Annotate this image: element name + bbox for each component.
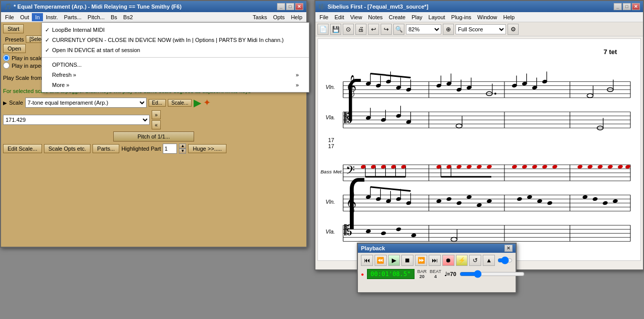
menu-pitch[interactable]: Pitch... xyxy=(84,13,108,21)
scale-dropdown[interactable]: 7-tone equal temperament (Arp.) xyxy=(25,98,147,108)
pitch-value-dropdown[interactable]: 171.429 xyxy=(3,115,150,125)
pitch-arrow-right[interactable]: » xyxy=(152,110,161,119)
playback-titlebar: Playback ✕ xyxy=(358,244,516,253)
menu-help[interactable]: Help xyxy=(288,13,305,21)
play-in-scale-label: Play in scale xyxy=(12,55,43,61)
sibelius-toolbar: 📄 💾 ⊙ 🖨 ↩ ↪ 🔍 82% ⊕ Full Score ⚙ xyxy=(315,22,643,36)
sib-undo-button[interactable]: ↩ xyxy=(368,24,379,35)
menu-instr[interactable]: Instr. xyxy=(43,13,61,21)
playback-controls: ⏮ ⏪ ▶ ⏹ ⏩ ⏭ ⏺ ⚡ ↺ ▲ xyxy=(358,253,516,268)
sib-close-button[interactable]: ✕ xyxy=(632,3,640,10)
sib-menu-view[interactable]: View xyxy=(347,13,365,21)
parts-button[interactable]: Parts... xyxy=(93,144,119,153)
sib-menu-plugins[interactable]: Plug-ins xyxy=(448,13,475,21)
star-icon: ✦ xyxy=(203,97,211,108)
sib-record-button[interactable]: ⊙ xyxy=(343,24,354,35)
score-title: 7 tet xyxy=(604,48,617,56)
huge-button[interactable]: Huge >>..... xyxy=(188,144,226,153)
maximize-button[interactable]: □ xyxy=(286,3,294,10)
sib-menu-notes[interactable]: Notes xyxy=(365,13,386,21)
menu-out[interactable]: Out xyxy=(17,13,32,21)
svg-text:⎧: ⎧ xyxy=(337,79,364,121)
close-button[interactable]: ✕ xyxy=(295,3,303,10)
scale-prefix-icon: ▶ xyxy=(3,100,7,106)
open-button[interactable]: Open xyxy=(3,44,26,53)
pb-end-button[interactable]: ⏭ xyxy=(429,255,441,266)
pb-rewind-button[interactable]: ⏮ xyxy=(361,255,373,266)
menu-file[interactable]: File xyxy=(2,13,17,21)
pb-position-slider[interactable] xyxy=(459,272,525,276)
pb-play-button[interactable]: ▶ xyxy=(388,255,400,266)
dropdown-more[interactable]: More » » xyxy=(42,80,309,90)
pb-up-button[interactable]: ▲ xyxy=(483,255,495,266)
pb-forward-button[interactable]: ⏩ xyxy=(415,255,427,266)
sibelius-title: Sibelius First - [7equal_mvt3_source*] xyxy=(328,4,428,10)
pb-stop-button[interactable]: ⏹ xyxy=(401,255,413,266)
ed-button[interactable]: Ed... xyxy=(149,99,166,107)
sib-settings-button[interactable]: ⚙ xyxy=(508,24,519,35)
measure-17: 17 xyxy=(328,137,334,143)
pb-bar-label: BAR xyxy=(418,269,427,274)
sib-print-button[interactable]: 🖨 xyxy=(355,24,366,35)
sib-maximize-button[interactable]: □ xyxy=(623,3,631,10)
sibelius-titlebar: 🎼 Sibelius First - [7equal_mvt3_source*]… xyxy=(315,1,643,12)
score-svg: 7 tet 17 Vln. 𝄞 xyxy=(318,39,640,260)
pitch-arrow-left[interactable]: « xyxy=(152,120,161,129)
part-up-button[interactable]: ▲ xyxy=(179,144,186,149)
sib-menu-edit[interactable]: Edit xyxy=(332,13,347,21)
playback-close-button[interactable]: ✕ xyxy=(504,245,513,252)
dropdown-loopbe[interactable]: LoopBe Internal MIDI xyxy=(42,25,309,35)
sib-menu-create[interactable]: Create xyxy=(386,13,408,21)
svg-text::: : xyxy=(351,166,352,171)
edit-scale-button[interactable]: Edit Scale... xyxy=(3,144,42,153)
sib-score-view-dropdown[interactable]: Full Score xyxy=(455,24,506,34)
pb-record-button[interactable]: ⏺ xyxy=(442,255,454,266)
menu-in[interactable]: In xyxy=(32,13,42,21)
pb-loop-button[interactable]: ↺ xyxy=(469,255,481,266)
play-in-arpeggio-radio[interactable] xyxy=(3,62,10,69)
score-area: 7 tet 17 Vln. 𝄞 xyxy=(317,38,641,261)
measure-num-17: 17 xyxy=(328,143,334,149)
sib-new-button[interactable]: 📄 xyxy=(317,24,329,35)
sib-menu-help[interactable]: Help xyxy=(500,13,518,21)
sib-menu-layout[interactable]: Layout xyxy=(426,13,448,21)
pitch-of-1-1-button[interactable]: Pitch of 1/1... xyxy=(113,131,194,142)
in-dropdown-menu: LoopBe Internal MIDI CURRENTLY OPEN - CL… xyxy=(41,22,309,93)
menu-tasks[interactable]: Tasks xyxy=(250,13,270,21)
menu-bar: File Out In Instr. Parts... Pitch... Bs … xyxy=(1,12,306,22)
play-scale-from-label: Play Scale from xyxy=(3,75,42,81)
dropdown-options[interactable]: OPTIONS... xyxy=(42,60,309,70)
dropdown-currently-open[interactable]: CURRENTLY OPEN - CLOSE IN DEVICE NOW (wi… xyxy=(42,35,309,45)
part-down-button[interactable]: ▼ xyxy=(179,149,186,154)
pb-volume-slider[interactable] xyxy=(497,258,513,262)
menu-bs[interactable]: Bs xyxy=(108,13,120,21)
minimize-button[interactable]: _ xyxy=(277,3,285,10)
sib-redo-button[interactable]: ↪ xyxy=(381,24,392,35)
scale-button[interactable]: Scale... xyxy=(168,99,192,107)
start-button[interactable]: Start xyxy=(3,24,24,33)
menu-bs2[interactable]: Bs2 xyxy=(120,13,136,21)
dropdown-open-device[interactable]: Open IN DEVICE at start of session xyxy=(42,45,309,55)
sib-minimize-button[interactable]: _ xyxy=(614,3,622,10)
sib-menu-window[interactable]: Window xyxy=(474,13,500,21)
sib-menu-play[interactable]: Play xyxy=(408,13,425,21)
menu-opts[interactable]: Opts xyxy=(270,13,288,21)
sib-zoom-dropdown[interactable]: 82% xyxy=(406,24,441,34)
sib-save-button[interactable]: 💾 xyxy=(330,24,341,35)
menu-parts[interactable]: Parts... xyxy=(61,13,85,21)
scale-opts-button[interactable]: Scale Opts etc. xyxy=(44,144,91,153)
sib-zoom-icon: ⊕ xyxy=(443,24,454,35)
sib-search-button[interactable]: 🔍 xyxy=(393,24,404,35)
pb-beat-section: BEAT 4 xyxy=(430,269,441,279)
sib-menu-file[interactable]: File xyxy=(316,13,332,21)
pb-beat-value: 4 xyxy=(434,274,437,279)
pb-dot-icon: ● xyxy=(361,271,364,277)
loopbe-label: LoopBe Internal MIDI xyxy=(52,27,105,33)
pb-back-button[interactable]: ⏪ xyxy=(375,255,387,266)
app-icon: 🎵 xyxy=(4,3,12,10)
open-device-label: Open IN DEVICE at start of session xyxy=(52,47,140,53)
dropdown-refresh[interactable]: Refresh » » xyxy=(42,70,309,80)
pb-flash-button[interactable]: ⚡ xyxy=(456,255,468,266)
part-number-input[interactable] xyxy=(163,144,177,154)
play-in-scale-radio[interactable] xyxy=(3,55,10,61)
